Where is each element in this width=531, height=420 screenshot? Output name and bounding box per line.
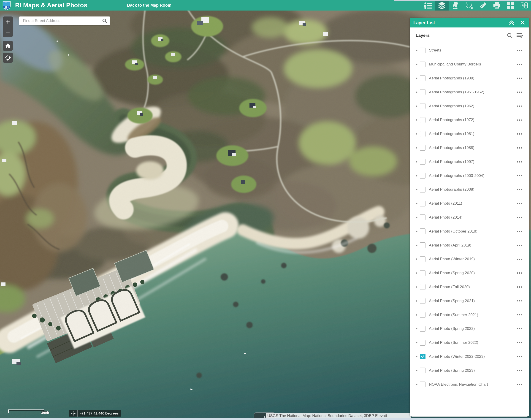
layer-options-button[interactable]	[517, 91, 523, 93]
layer-options-button[interactable]	[517, 133, 523, 135]
expand-arrow-icon[interactable]	[416, 342, 417, 344]
crosshair-button[interactable]	[69, 410, 78, 417]
draw-tool-button[interactable]: A B	[462, 0, 476, 11]
expand-arrow-icon[interactable]	[416, 161, 417, 163]
expand-arrow-icon[interactable]	[416, 328, 417, 330]
layer-label: Aerial Photo (Summer 2021)	[429, 313, 517, 317]
layer-checkbox[interactable]	[420, 340, 426, 345]
expand-arrow-icon[interactable]	[416, 286, 417, 288]
layer-checkbox[interactable]	[420, 256, 426, 262]
layer-item: Aerial Photo (Spring 2020)	[410, 266, 529, 280]
layer-checkbox[interactable]	[420, 326, 426, 332]
layer-options-button[interactable]	[517, 105, 523, 107]
layer-checkbox[interactable]	[420, 354, 426, 359]
layer-checkbox[interactable]	[420, 228, 426, 234]
layer-options-button[interactable]	[517, 161, 523, 163]
expand-arrow-icon[interactable]	[416, 216, 417, 219]
layer-options-button[interactable]	[517, 217, 523, 218]
layer-checkbox[interactable]	[420, 382, 426, 387]
layer-checkbox[interactable]	[420, 242, 426, 248]
layer-checkbox[interactable]	[420, 117, 426, 123]
expand-arrow-icon[interactable]	[416, 119, 417, 121]
layer-checkbox[interactable]	[420, 145, 426, 150]
layer-options-button[interactable]	[517, 314, 523, 316]
expand-arrow-icon[interactable]	[416, 272, 417, 274]
layer-options-button[interactable]	[517, 120, 523, 121]
layer-checkbox[interactable]	[420, 61, 426, 67]
layer-options-button[interactable]	[517, 259, 523, 260]
expand-arrow-icon[interactable]	[416, 105, 417, 107]
layer-checkbox[interactable]	[420, 214, 426, 220]
expand-arrow-icon[interactable]	[416, 147, 417, 149]
layer-checkbox[interactable]	[420, 270, 426, 276]
layer-options-button[interactable]	[517, 272, 523, 274]
print-tool-button[interactable]	[490, 0, 503, 11]
expand-arrow-icon[interactable]	[416, 230, 417, 233]
expand-arrow-icon[interactable]	[416, 314, 417, 316]
layer-options-button[interactable]	[517, 189, 523, 190]
layer-options-button[interactable]	[517, 328, 523, 330]
collapse-panel-button[interactable]	[509, 20, 515, 26]
home-button[interactable]	[3, 41, 13, 51]
legend-tool-button[interactable]	[421, 0, 435, 11]
expand-arrow-icon[interactable]	[416, 202, 417, 205]
expand-arrow-icon[interactable]	[416, 77, 417, 79]
back-to-map-room-link[interactable]: Back to the Map Room	[127, 3, 171, 8]
expand-arrow-icon[interactable]	[416, 369, 417, 372]
layer-checkbox[interactable]	[420, 75, 426, 81]
layer-options-button[interactable]	[517, 231, 523, 232]
search-button[interactable]	[99, 18, 110, 24]
layer-checkbox[interactable]	[420, 48, 426, 53]
expand-arrow-icon[interactable]	[416, 133, 417, 135]
locate-button[interactable]	[3, 53, 13, 63]
layer-checkbox[interactable]	[420, 173, 426, 179]
basemap-gallery-tool-button[interactable]	[503, 0, 517, 11]
layer-options-button[interactable]	[517, 147, 523, 149]
expand-arrow-icon[interactable]	[416, 49, 417, 51]
expand-arrow-icon[interactable]	[416, 175, 417, 177]
layer-search-button[interactable]	[506, 32, 513, 39]
expand-arrow-icon[interactable]	[416, 188, 417, 191]
layer-options-button[interactable]	[517, 175, 523, 177]
layer-list-items: Streets Municipal and County Borders Aer…	[410, 44, 529, 391]
layer-options-button[interactable]	[517, 342, 523, 343]
layer-options-button[interactable]	[517, 300, 523, 302]
toolbar: A B	[421, 0, 531, 11]
swipe-tool-button[interactable]	[517, 0, 531, 11]
layer-checkbox[interactable]	[420, 103, 426, 109]
layer-checkbox[interactable]	[420, 159, 426, 165]
layer-checkbox[interactable]	[420, 201, 426, 207]
layer-checkbox[interactable]	[420, 368, 426, 373]
layer-options-button[interactable]	[517, 384, 523, 385]
layer-options-button[interactable]	[517, 356, 523, 357]
layer-options-button[interactable]	[517, 245, 523, 246]
layer-item: Aerial Photo (2011)	[410, 197, 529, 210]
expand-arrow-icon[interactable]	[416, 300, 417, 302]
zoom-out-button[interactable]: −	[3, 27, 13, 37]
layer-options-button[interactable]	[517, 50, 523, 51]
expand-arrow-icon[interactable]	[416, 258, 417, 260]
layer-filter-button[interactable]	[516, 32, 523, 39]
expand-arrow-icon[interactable]	[416, 383, 417, 386]
layer-options-button[interactable]	[517, 78, 523, 79]
layer-checkbox[interactable]	[420, 131, 426, 137]
layer-checkbox[interactable]	[420, 89, 426, 95]
expand-arrow-icon[interactable]	[416, 244, 417, 246]
layer-options-button[interactable]	[517, 370, 523, 371]
layer-checkbox[interactable]	[420, 312, 426, 318]
expand-arrow-icon[interactable]	[416, 91, 417, 93]
layer-options-button[interactable]	[517, 64, 523, 65]
measure-tool-button[interactable]	[476, 0, 490, 11]
layer-options-button[interactable]	[517, 203, 523, 204]
layer-checkbox[interactable]	[420, 187, 426, 193]
close-panel-button[interactable]	[519, 20, 526, 26]
layer-checkbox[interactable]	[420, 298, 426, 304]
expand-arrow-icon[interactable]	[416, 356, 417, 358]
zoom-in-button[interactable]: +	[3, 16, 13, 27]
expand-arrow-icon[interactable]	[416, 63, 417, 65]
bookmark-tool-button[interactable]	[449, 0, 462, 11]
search-input[interactable]	[22, 18, 99, 23]
layer-options-button[interactable]	[517, 286, 523, 288]
layer-checkbox[interactable]	[420, 284, 426, 290]
layer-list-tool-button[interactable]	[435, 0, 449, 11]
